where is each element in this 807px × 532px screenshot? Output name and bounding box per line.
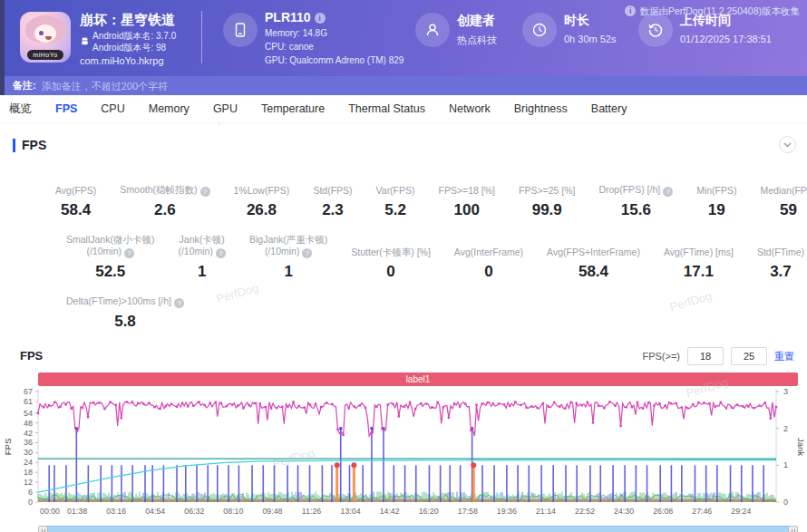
stat-item: Avg(FTime) [ms]17.1 bbox=[652, 247, 745, 281]
tab-Network[interactable]: Network bbox=[449, 102, 491, 115]
svg-text:Jank: Jank bbox=[796, 438, 806, 456]
svg-text:16:20: 16:20 bbox=[419, 507, 439, 516]
svg-text:0: 0 bbox=[28, 498, 33, 507]
svg-text:27:46: 27:46 bbox=[692, 507, 712, 516]
section-accent-bar bbox=[13, 139, 15, 152]
stats-row-3: Delta(FTime)>100ms [/h]?5.8 bbox=[54, 295, 807, 331]
stat-value: 17.1 bbox=[664, 263, 734, 281]
svg-text:26:08: 26:08 bbox=[653, 507, 673, 516]
creator-value: 热点科技 bbox=[457, 34, 497, 47]
creator-icon bbox=[415, 13, 450, 47]
tab-GPU[interactable]: GPU bbox=[213, 102, 238, 115]
device-name: PLR110i bbox=[265, 10, 326, 24]
stat-item: Jank(卡顿)(/10min)?1 bbox=[166, 234, 238, 281]
left-edge-strip bbox=[0, 0, 5, 95]
stat-label: Min(FPS) bbox=[696, 185, 736, 197]
collect-version-note: i数据由PerfDog(11.2.250408)版本收集 bbox=[625, 5, 800, 18]
remark-label: 备注: bbox=[13, 79, 36, 92]
fps-threshold-input-1[interactable] bbox=[687, 347, 724, 365]
svg-text:42: 42 bbox=[24, 429, 33, 438]
svg-text:12: 12 bbox=[24, 478, 33, 487]
stat-item: BigJank(严重卡顿)(/10min)?1 bbox=[238, 234, 339, 281]
help-icon[interactable]: ? bbox=[663, 187, 673, 197]
upload-time-value: 01/12/2025 17:38:51 bbox=[680, 34, 772, 44]
svg-text:54: 54 bbox=[24, 409, 33, 418]
device-cpu: CPU: canoe bbox=[265, 42, 314, 52]
stat-value: 1 bbox=[249, 263, 327, 281]
svg-text:67: 67 bbox=[24, 387, 33, 396]
stat-value: 0 bbox=[351, 263, 431, 281]
svg-text:1: 1 bbox=[783, 460, 788, 469]
collapse-section-button[interactable] bbox=[779, 136, 796, 153]
fps-threshold-input-2[interactable] bbox=[731, 347, 767, 365]
stat-item: FPS>=18 [%]100 bbox=[427, 185, 507, 219]
stat-item: Avg(FPS+InterFrame)58.4 bbox=[535, 247, 652, 281]
fps-section-header: FPS bbox=[0, 131, 807, 160]
scrollbar-left-handle[interactable] bbox=[38, 526, 48, 532]
svg-text:03:16: 03:16 bbox=[106, 507, 126, 516]
tab-CPU[interactable]: CPU bbox=[101, 102, 124, 115]
stat-value: 2.6 bbox=[120, 201, 209, 219]
svg-text:13:04: 13:04 bbox=[341, 507, 361, 516]
svg-text:61: 61 bbox=[24, 397, 33, 406]
stat-label: BigJank(严重卡顿)(/10min)? bbox=[249, 234, 327, 258]
stat-label: Std(FPS) bbox=[313, 185, 352, 197]
fps-chart-svg[interactable]: 06121824303642485461670123FPSJank00:0001… bbox=[0, 386, 807, 526]
tab-Memory[interactable]: Memory bbox=[149, 102, 190, 115]
svg-text:09:48: 09:48 bbox=[262, 507, 282, 516]
svg-text:36: 36 bbox=[24, 438, 33, 447]
annotation-band[interactable]: label1 bbox=[38, 372, 798, 386]
reset-link[interactable]: 重置 bbox=[774, 350, 794, 363]
help-icon[interactable]: ? bbox=[124, 248, 134, 258]
duration-value: 0h 30m 52s bbox=[564, 34, 616, 44]
stat-item: Std(FPS)2.3 bbox=[301, 185, 364, 219]
stat-item: Std(FTime)3.7 bbox=[745, 247, 807, 281]
scrollbar-right-handle[interactable] bbox=[788, 526, 798, 532]
android-icon bbox=[80, 36, 90, 46]
remark-bar: 备注: bbox=[0, 76, 807, 95]
tab-FPS[interactable]: FPS bbox=[55, 102, 77, 115]
stat-item: Stutter(卡顿率) [%]0 bbox=[339, 247, 442, 281]
tab-Temperature[interactable]: Temperature bbox=[261, 102, 325, 115]
tab-Thermal Status[interactable]: Thermal Status bbox=[348, 102, 425, 115]
svg-text:6: 6 bbox=[28, 488, 33, 497]
svg-text:24:30: 24:30 bbox=[614, 507, 634, 516]
package-name: com.miHoYo.hkrpg bbox=[80, 55, 164, 66]
svg-text:30: 30 bbox=[24, 448, 33, 457]
help-icon[interactable]: ? bbox=[200, 187, 210, 197]
stat-item: Min(FPS)19 bbox=[685, 185, 748, 219]
help-icon[interactable]: ? bbox=[174, 298, 184, 308]
stat-label: Stutter(卡顿率) [%] bbox=[351, 247, 431, 258]
help-icon[interactable]: ? bbox=[216, 248, 226, 258]
svg-text:29:24: 29:24 bbox=[731, 507, 751, 516]
duration-icon bbox=[522, 13, 557, 47]
fps-chart-header: FPS FPS(>=) 重置 bbox=[0, 345, 807, 369]
tab-概览[interactable]: 概览 bbox=[9, 102, 32, 117]
svg-text:18: 18 bbox=[24, 468, 33, 477]
tab-Brightness[interactable]: Brightness bbox=[514, 102, 568, 115]
app-title: 崩坏：星穹铁道 bbox=[80, 12, 175, 29]
svg-text:01:38: 01:38 bbox=[67, 507, 87, 516]
stat-value: 58.4 bbox=[547, 263, 640, 281]
stat-label: Avg(FPS) bbox=[55, 185, 96, 197]
help-icon[interactable]: ? bbox=[302, 248, 312, 258]
stat-item: Drop(FPS) [/h]?15.6 bbox=[587, 184, 685, 219]
stat-label: Avg(FTime) [ms] bbox=[664, 247, 734, 258]
stat-item: Var(FPS)5.2 bbox=[365, 185, 427, 219]
metric-tabbar: 概览FPSCPUMemoryGPUTemperatureThermal Stat… bbox=[0, 95, 807, 123]
chart-zoom-scrollbar[interactable] bbox=[38, 526, 798, 532]
stat-value: 52.5 bbox=[66, 263, 154, 281]
stat-label: Avg(InterFrame) bbox=[454, 247, 523, 258]
stat-label: FPS>=18 [%] bbox=[439, 185, 495, 197]
stat-value: 3.7 bbox=[757, 263, 804, 281]
stat-label: Delta(FTime)>100ms [/h]? bbox=[66, 295, 184, 308]
remark-input[interactable] bbox=[42, 81, 404, 92]
stat-value: 2.3 bbox=[313, 201, 352, 219]
fps-chart-title: FPS bbox=[20, 349, 43, 363]
device-info-icon[interactable]: i bbox=[315, 13, 326, 24]
tab-Battery[interactable]: Battery bbox=[591, 102, 627, 115]
chevron-down-icon bbox=[783, 142, 792, 148]
svg-text:2: 2 bbox=[783, 424, 788, 433]
stat-value: 19 bbox=[696, 201, 736, 219]
app-icon: miHoYo bbox=[20, 12, 71, 63]
